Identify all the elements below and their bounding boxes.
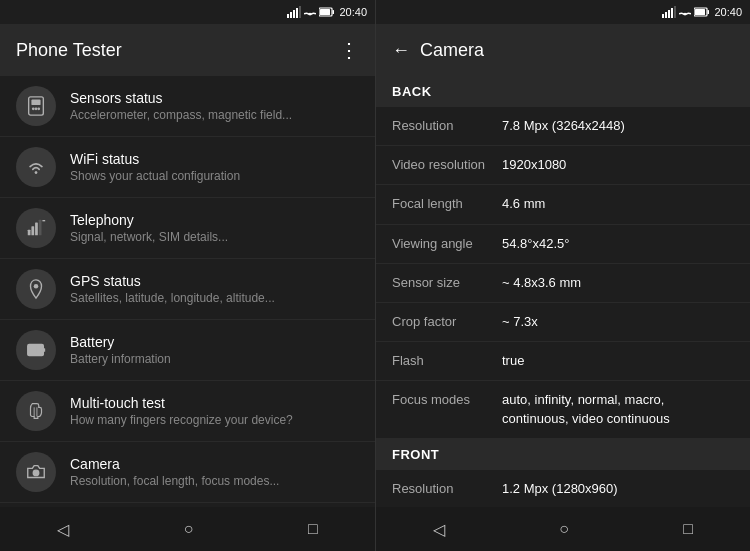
svg-rect-9 bbox=[31, 100, 40, 106]
svg-rect-6 bbox=[333, 10, 335, 14]
right-page-title: Camera bbox=[420, 40, 484, 61]
wifi-text: WiFi status Shows your actual configurat… bbox=[70, 150, 359, 185]
svg-rect-22 bbox=[30, 346, 37, 353]
menu-item-multitouch[interactable]: Multi-touch test How many fingers recogn… bbox=[0, 381, 375, 442]
left-back-button[interactable]: ◁ bbox=[57, 520, 69, 539]
flash-value: true bbox=[502, 352, 734, 370]
right-status-bar: 20:40 bbox=[376, 0, 750, 24]
menu-item-sensors[interactable]: Sensors status Accelerometer, compass, m… bbox=[0, 76, 375, 137]
wifi-icon bbox=[16, 147, 56, 187]
more-options-button[interactable]: ⋮ bbox=[339, 38, 359, 62]
svg-rect-34 bbox=[671, 8, 673, 18]
right-nav-bar: ◁ ○ □ bbox=[376, 507, 750, 551]
telephony-text: Telephony Signal, network, SIM details..… bbox=[70, 211, 359, 246]
camera-subtitle: Resolution, focal length, focus modes... bbox=[70, 474, 359, 490]
right-back-button[interactable]: ◁ bbox=[433, 520, 445, 539]
multitouch-subtitle: How many fingers recognize your device? bbox=[70, 413, 359, 429]
camera-icon bbox=[16, 452, 56, 492]
back-video-label: Video resolution bbox=[392, 156, 502, 174]
back-resolution-label: Resolution bbox=[392, 117, 502, 135]
focal-length-label: Focal length bbox=[392, 195, 502, 213]
svg-point-10 bbox=[32, 107, 35, 110]
app-title: Phone Tester bbox=[16, 40, 122, 61]
svg-rect-35 bbox=[674, 6, 676, 18]
signal-icon bbox=[287, 6, 301, 18]
svg-rect-2 bbox=[293, 10, 295, 18]
sensors-title: Sensors status bbox=[70, 89, 359, 107]
front-resolution-label: Resolution bbox=[392, 480, 502, 498]
camera-title: Camera bbox=[70, 455, 359, 473]
svg-point-19 bbox=[34, 284, 39, 289]
svg-rect-15 bbox=[31, 226, 34, 235]
sensors-text: Sensors status Accelerometer, compass, m… bbox=[70, 89, 359, 124]
viewing-angle-value: 54.8°x42.5° bbox=[502, 235, 734, 253]
wifi-subtitle: Shows your actual configuration bbox=[70, 169, 359, 185]
right-home-button[interactable]: ○ bbox=[559, 520, 569, 538]
back-video-value: 1920x1080 bbox=[502, 156, 734, 174]
svg-rect-31 bbox=[662, 14, 664, 18]
left-home-button[interactable]: ○ bbox=[184, 520, 194, 538]
battery-icon bbox=[16, 330, 56, 370]
focus-modes-row: Focus modes auto, infinity, normal, macr… bbox=[376, 381, 750, 438]
focus-modes-value: auto, infinity, normal, macro, continuou… bbox=[502, 391, 734, 427]
back-resolution-value: 7.8 Mpx (3264x2448) bbox=[502, 117, 734, 135]
front-resolution-row: Resolution 1.2 Mpx (1280x960) bbox=[376, 470, 750, 507]
right-battery-icon bbox=[694, 7, 710, 17]
left-status-icons bbox=[287, 6, 335, 18]
telephony-subtitle: Signal, network, SIM details... bbox=[70, 230, 359, 246]
gps-subtitle: Satellites, latitude, longitude, altitud… bbox=[70, 291, 359, 307]
camera-content: BACK Resolution 7.8 Mpx (3264x2448) Vide… bbox=[376, 76, 750, 507]
flash-label: Flash bbox=[392, 352, 502, 370]
focal-length-value: 4.6 mm bbox=[502, 195, 734, 213]
right-signal-icon bbox=[662, 6, 676, 18]
svg-rect-32 bbox=[665, 12, 667, 18]
svg-rect-33 bbox=[668, 10, 670, 18]
sensor-size-row: Sensor size ~ 4.8x3.6 mm bbox=[376, 264, 750, 303]
wifi-title: WiFi status bbox=[70, 150, 359, 168]
gps-text: GPS status Satellites, latitude, longitu… bbox=[70, 272, 359, 307]
svg-rect-7 bbox=[320, 9, 330, 15]
camera-text: Camera Resolution, focal length, focus m… bbox=[70, 455, 359, 490]
sensor-size-value: ~ 4.8x3.6 mm bbox=[502, 274, 734, 292]
svg-point-25 bbox=[33, 470, 39, 476]
back-section-header: BACK bbox=[376, 76, 750, 107]
crop-factor-row: Crop factor ~ 7.3x bbox=[376, 303, 750, 342]
svg-rect-17 bbox=[39, 220, 42, 236]
svg-rect-37 bbox=[708, 10, 710, 14]
multitouch-title: Multi-touch test bbox=[70, 394, 359, 412]
svg-rect-38 bbox=[695, 9, 705, 15]
menu-item-telephony[interactable]: Telephony Signal, network, SIM details..… bbox=[0, 198, 375, 259]
menu-item-wifi[interactable]: WiFi status Shows your actual configurat… bbox=[0, 137, 375, 198]
multitouch-text: Multi-touch test How many fingers recogn… bbox=[70, 394, 359, 429]
battery-subtitle: Battery information bbox=[70, 352, 359, 368]
right-status-icons bbox=[662, 6, 710, 18]
battery-text: Battery Battery information bbox=[70, 333, 359, 368]
viewing-angle-row: Viewing angle 54.8°x42.5° bbox=[376, 225, 750, 264]
right-app-header: ← Camera bbox=[376, 24, 750, 76]
menu-item-gps[interactable]: GPS status Satellites, latitude, longitu… bbox=[0, 259, 375, 320]
crop-factor-value: ~ 7.3x bbox=[502, 313, 734, 331]
svg-rect-4 bbox=[299, 6, 301, 18]
back-video-row: Video resolution 1920x1080 bbox=[376, 146, 750, 185]
svg-rect-21 bbox=[43, 348, 45, 352]
front-resolution-value: 1.2 Mpx (1280x960) bbox=[502, 480, 734, 498]
svg-rect-0 bbox=[287, 14, 289, 18]
svg-point-12 bbox=[37, 107, 40, 110]
app-header: Phone Tester ⋮ bbox=[0, 24, 375, 76]
menu-item-battery[interactable]: Battery Battery information bbox=[0, 320, 375, 381]
battery-status-icon bbox=[319, 7, 335, 17]
flash-row: Flash true bbox=[376, 342, 750, 381]
left-recent-button[interactable]: □ bbox=[308, 520, 318, 538]
right-wifi-icon bbox=[679, 7, 691, 17]
menu-list: Sensors status Accelerometer, compass, m… bbox=[0, 76, 375, 507]
back-button[interactable]: ← bbox=[392, 40, 410, 61]
right-recent-button[interactable]: □ bbox=[683, 520, 693, 538]
left-panel: 20:40 Phone Tester ⋮ Sensors status Acce… bbox=[0, 0, 375, 551]
focus-modes-label: Focus modes bbox=[392, 391, 502, 427]
sensors-icon bbox=[16, 86, 56, 126]
svg-point-13 bbox=[35, 171, 38, 174]
telephony-title: Telephony bbox=[70, 211, 359, 229]
battery-title: Battery bbox=[70, 333, 359, 351]
menu-item-camera[interactable]: Camera Resolution, focal length, focus m… bbox=[0, 442, 375, 503]
svg-rect-1 bbox=[290, 12, 292, 18]
